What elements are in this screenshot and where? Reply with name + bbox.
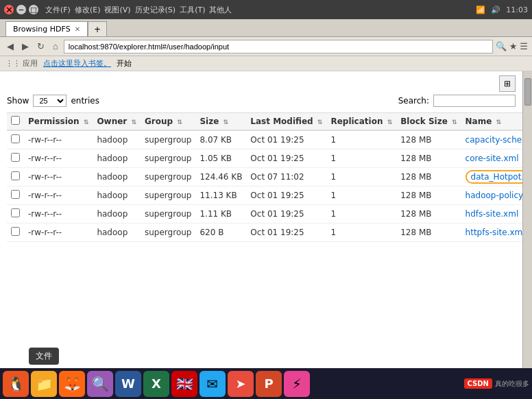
- maximize-button[interactable]: □: [29, 5, 38, 14]
- row-replication: 1: [326, 223, 396, 242]
- header-name[interactable]: Name ⇅: [461, 113, 522, 131]
- search-icon[interactable]: 🔍: [496, 41, 507, 51]
- show-control: Show 25 50 100 entries: [7, 95, 99, 107]
- header-size[interactable]: Size ⇅: [195, 113, 246, 131]
- tab-new[interactable]: +: [88, 21, 107, 36]
- back-button[interactable]: ◀: [4, 40, 16, 53]
- row-name[interactable]: capacity-scheduler.xml: [461, 130, 522, 149]
- taskbar-arrow-icon[interactable]: ➤: [228, 371, 254, 397]
- row-owner: hadoop: [93, 168, 141, 186]
- row-name[interactable]: hadoop-policy.xml: [461, 186, 522, 205]
- menu-icon[interactable]: ☰: [520, 41, 528, 51]
- row-last-modified: Oct 01 19:25: [246, 205, 326, 223]
- scrollbar-thumb[interactable]: [524, 78, 531, 106]
- taskbar-mail-icon[interactable]: ✉️: [200, 371, 226, 397]
- row-permission: -rw-r--r--: [24, 149, 93, 168]
- apps-shortcut[interactable]: ⋮⋮ 应用: [5, 58, 38, 69]
- row-name[interactable]: data_Hotpot.txt: [461, 168, 522, 186]
- row-name[interactable]: core-site.xml: [461, 149, 522, 168]
- row-name[interactable]: hdfs-site.xml: [461, 205, 522, 223]
- import-bookmarks-link[interactable]: 点击这里导入书签。: [43, 58, 111, 69]
- address-bar[interactable]: [64, 40, 493, 53]
- file-link-highlighted[interactable]: data_Hotpot.txt: [466, 170, 522, 184]
- csdn-username: 真的吃很多: [495, 379, 529, 389]
- row-checkbox[interactable]: [7, 168, 24, 186]
- header-checkbox[interactable]: [7, 113, 24, 131]
- row-checkbox[interactable]: [7, 205, 24, 223]
- tab-close-button[interactable]: ✕: [75, 25, 80, 33]
- file-link[interactable]: hdfs-site.xml: [466, 209, 519, 219]
- row-owner: hadoop: [93, 205, 141, 223]
- header-permission[interactable]: Permission ⇅: [24, 113, 93, 131]
- vertical-scrollbar[interactable]: [522, 71, 532, 368]
- csdn-badge: CSDN: [464, 378, 492, 389]
- row-checkbox[interactable]: [7, 186, 24, 205]
- grid-view-button[interactable]: ⊞: [499, 75, 516, 92]
- menu-other[interactable]: 其他人: [209, 5, 232, 15]
- taskbar-power-icon[interactable]: ⚡: [284, 371, 310, 397]
- row-group: supergroup: [141, 186, 195, 205]
- bookmark-icon[interactable]: ★: [509, 41, 518, 51]
- row-owner: hadoop: [93, 223, 141, 242]
- header-replication[interactable]: Replication ⇅: [326, 113, 396, 131]
- row-group: supergroup: [141, 205, 195, 223]
- row-size: 124.46 KB: [195, 168, 246, 186]
- taskbar-ppt-icon[interactable]: P: [256, 371, 282, 397]
- row-checkbox[interactable]: [7, 149, 24, 168]
- menu-edit[interactable]: 修改(E): [75, 5, 101, 15]
- table-row: -rw-r--r-- hadoop supergroup 124.46 KB O…: [7, 168, 522, 186]
- search-control: Search:: [398, 95, 516, 107]
- row-replication: 1: [326, 205, 396, 223]
- grid-icon: ⋮⋮: [5, 59, 21, 68]
- taskbar-word-icon[interactable]: W: [115, 371, 141, 397]
- row-checkbox[interactable]: [7, 130, 24, 149]
- menu-tools[interactable]: 工具(T): [180, 5, 205, 15]
- row-permission: -rw-r--r--: [24, 205, 93, 223]
- show-label: Show: [7, 96, 29, 106]
- row-checkbox[interactable]: [7, 223, 24, 242]
- menu-history[interactable]: 历史记录(S): [135, 5, 176, 15]
- table-row: -rw-r--r-- hadoop supergroup 620 B Oct 0…: [7, 223, 522, 242]
- refresh-button[interactable]: ↻: [34, 40, 47, 53]
- taskbar-excel-icon[interactable]: X: [143, 371, 169, 397]
- header-last-modified[interactable]: Last Modified ⇅: [246, 113, 326, 131]
- file-link[interactable]: core-site.xml: [466, 154, 519, 163]
- row-last-modified: Oct 01 19:25: [246, 223, 326, 242]
- file-link[interactable]: capacity-scheduler.xml: [466, 135, 522, 145]
- content-wrapper: ⊞ Show 25 50 100 entries Search:: [0, 71, 532, 368]
- menu-file[interactable]: 文件(F): [45, 5, 71, 15]
- row-permission: -rw-r--r--: [24, 223, 93, 242]
- table-row: -rw-r--r-- hadoop supergroup 1.11 KB Oct…: [7, 205, 522, 223]
- volume-icon: 🔊: [491, 5, 500, 14]
- home-button[interactable]: ⌂: [50, 40, 61, 53]
- entries-select[interactable]: 25 50 100: [33, 95, 66, 107]
- minimize-button[interactable]: −: [16, 5, 26, 14]
- row-size: 1.05 KB: [195, 149, 246, 168]
- row-last-modified: Oct 01 19:25: [246, 130, 326, 149]
- file-link[interactable]: hadoop-policy.xml: [466, 191, 522, 200]
- header-owner[interactable]: Owner ⇅: [93, 113, 141, 131]
- row-replication: 1: [326, 168, 396, 186]
- entries-label: entries: [71, 96, 99, 106]
- tab-label: Browsing HDFS: [13, 25, 71, 34]
- row-last-modified: Oct 07 11:02: [246, 168, 326, 186]
- header-group[interactable]: Group ⇅: [141, 113, 195, 131]
- taskbar-files-icon[interactable]: 📁: [31, 371, 57, 397]
- taskbar-search-icon[interactable]: 🔍: [87, 371, 113, 397]
- forward-button[interactable]: ▶: [19, 40, 32, 53]
- row-permission: -rw-r--r--: [24, 186, 93, 205]
- row-block-size: 128 MB: [396, 205, 461, 223]
- row-name[interactable]: httpfs-site.xml: [461, 223, 522, 242]
- table-header-row: Permission ⇅ Owner ⇅ Group ⇅ Size ⇅ Last…: [7, 113, 522, 131]
- search-input[interactable]: [433, 95, 516, 107]
- tab-browsing-hdfs[interactable]: Browsing HDFS ✕: [5, 21, 88, 36]
- close-button[interactable]: ✕: [4, 5, 14, 14]
- taskbar-firefox-icon[interactable]: 🦊: [59, 371, 85, 397]
- header-block-size[interactable]: Block Size ⇅: [396, 113, 461, 131]
- navbar: ◀ ▶ ↻ ⌂ 🔍 ★ ☰: [0, 37, 532, 56]
- file-link[interactable]: httpfs-site.xml: [466, 228, 522, 237]
- taskbar-ubuntu-icon[interactable]: 🐧: [3, 371, 29, 397]
- taskbar: 文件 🐧 📁 🦊 🔍 W X 🇬🇧 ✉️ ➤ P ⚡ CSDN 真的吃很多: [0, 368, 532, 399]
- taskbar-uk-icon[interactable]: 🇬🇧: [171, 371, 197, 397]
- menu-view[interactable]: 视图(V): [104, 5, 130, 15]
